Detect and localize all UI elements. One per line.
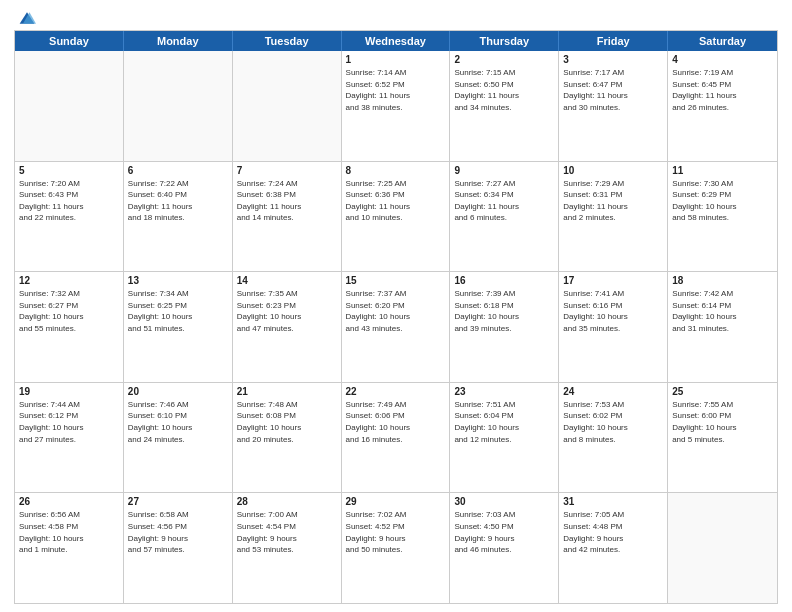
day-info: Sunrise: 7:29 AM Sunset: 6:31 PM Dayligh… — [563, 178, 663, 224]
day-cell-4: 4Sunrise: 7:19 AM Sunset: 6:45 PM Daylig… — [668, 51, 777, 161]
day-cell-30: 30Sunrise: 7:03 AM Sunset: 4:50 PM Dayli… — [450, 493, 559, 603]
day-number: 20 — [128, 386, 228, 397]
day-cell-12: 12Sunrise: 7:32 AM Sunset: 6:27 PM Dayli… — [15, 272, 124, 382]
day-number: 5 — [19, 165, 119, 176]
week-row-0: 1Sunrise: 7:14 AM Sunset: 6:52 PM Daylig… — [15, 51, 777, 162]
day-cell-24: 24Sunrise: 7:53 AM Sunset: 6:02 PM Dayli… — [559, 383, 668, 493]
day-info: Sunrise: 7:42 AM Sunset: 6:14 PM Dayligh… — [672, 288, 773, 334]
day-number: 16 — [454, 275, 554, 286]
week-row-2: 12Sunrise: 7:32 AM Sunset: 6:27 PM Dayli… — [15, 272, 777, 383]
day-cell-23: 23Sunrise: 7:51 AM Sunset: 6:04 PM Dayli… — [450, 383, 559, 493]
empty-cell — [124, 51, 233, 161]
day-info: Sunrise: 7:17 AM Sunset: 6:47 PM Dayligh… — [563, 67, 663, 113]
day-info: Sunrise: 7:19 AM Sunset: 6:45 PM Dayligh… — [672, 67, 773, 113]
header-day-thursday: Thursday — [450, 31, 559, 51]
day-cell-16: 16Sunrise: 7:39 AM Sunset: 6:18 PM Dayli… — [450, 272, 559, 382]
day-number: 11 — [672, 165, 773, 176]
day-number: 29 — [346, 496, 446, 507]
day-cell-11: 11Sunrise: 7:30 AM Sunset: 6:29 PM Dayli… — [668, 162, 777, 272]
day-number: 21 — [237, 386, 337, 397]
day-number: 17 — [563, 275, 663, 286]
day-cell-21: 21Sunrise: 7:48 AM Sunset: 6:08 PM Dayli… — [233, 383, 342, 493]
day-number: 12 — [19, 275, 119, 286]
calendar-header: SundayMondayTuesdayWednesdayThursdayFrid… — [15, 31, 777, 51]
day-cell-18: 18Sunrise: 7:42 AM Sunset: 6:14 PM Dayli… — [668, 272, 777, 382]
day-cell-28: 28Sunrise: 7:00 AM Sunset: 4:54 PM Dayli… — [233, 493, 342, 603]
day-info: Sunrise: 7:46 AM Sunset: 6:10 PM Dayligh… — [128, 399, 228, 445]
page: SundayMondayTuesdayWednesdayThursdayFrid… — [0, 0, 792, 612]
day-number: 8 — [346, 165, 446, 176]
day-number: 4 — [672, 54, 773, 65]
day-cell-31: 31Sunrise: 7:05 AM Sunset: 4:48 PM Dayli… — [559, 493, 668, 603]
day-cell-10: 10Sunrise: 7:29 AM Sunset: 6:31 PM Dayli… — [559, 162, 668, 272]
day-info: Sunrise: 7:51 AM Sunset: 6:04 PM Dayligh… — [454, 399, 554, 445]
day-info: Sunrise: 7:34 AM Sunset: 6:25 PM Dayligh… — [128, 288, 228, 334]
day-info: Sunrise: 7:39 AM Sunset: 6:18 PM Dayligh… — [454, 288, 554, 334]
day-number: 13 — [128, 275, 228, 286]
day-number: 2 — [454, 54, 554, 65]
day-info: Sunrise: 7:48 AM Sunset: 6:08 PM Dayligh… — [237, 399, 337, 445]
empty-cell — [233, 51, 342, 161]
day-number: 18 — [672, 275, 773, 286]
day-info: Sunrise: 7:15 AM Sunset: 6:50 PM Dayligh… — [454, 67, 554, 113]
day-cell-25: 25Sunrise: 7:55 AM Sunset: 6:00 PM Dayli… — [668, 383, 777, 493]
calendar-body: 1Sunrise: 7:14 AM Sunset: 6:52 PM Daylig… — [15, 51, 777, 603]
header-day-monday: Monday — [124, 31, 233, 51]
day-number: 3 — [563, 54, 663, 65]
day-info: Sunrise: 7:32 AM Sunset: 6:27 PM Dayligh… — [19, 288, 119, 334]
day-number: 24 — [563, 386, 663, 397]
day-cell-26: 26Sunrise: 6:56 AM Sunset: 4:58 PM Dayli… — [15, 493, 124, 603]
day-info: Sunrise: 7:37 AM Sunset: 6:20 PM Dayligh… — [346, 288, 446, 334]
day-number: 31 — [563, 496, 663, 507]
day-cell-22: 22Sunrise: 7:49 AM Sunset: 6:06 PM Dayli… — [342, 383, 451, 493]
day-number: 1 — [346, 54, 446, 65]
week-row-4: 26Sunrise: 6:56 AM Sunset: 4:58 PM Dayli… — [15, 493, 777, 603]
day-info: Sunrise: 7:41 AM Sunset: 6:16 PM Dayligh… — [563, 288, 663, 334]
day-info: Sunrise: 7:22 AM Sunset: 6:40 PM Dayligh… — [128, 178, 228, 224]
day-cell-5: 5Sunrise: 7:20 AM Sunset: 6:43 PM Daylig… — [15, 162, 124, 272]
day-cell-20: 20Sunrise: 7:46 AM Sunset: 6:10 PM Dayli… — [124, 383, 233, 493]
day-number: 10 — [563, 165, 663, 176]
header — [14, 10, 778, 24]
day-cell-17: 17Sunrise: 7:41 AM Sunset: 6:16 PM Dayli… — [559, 272, 668, 382]
day-info: Sunrise: 7:25 AM Sunset: 6:36 PM Dayligh… — [346, 178, 446, 224]
day-info: Sunrise: 7:27 AM Sunset: 6:34 PM Dayligh… — [454, 178, 554, 224]
day-info: Sunrise: 7:53 AM Sunset: 6:02 PM Dayligh… — [563, 399, 663, 445]
day-info: Sunrise: 7:49 AM Sunset: 6:06 PM Dayligh… — [346, 399, 446, 445]
day-number: 9 — [454, 165, 554, 176]
day-cell-13: 13Sunrise: 7:34 AM Sunset: 6:25 PM Dayli… — [124, 272, 233, 382]
day-info: Sunrise: 7:44 AM Sunset: 6:12 PM Dayligh… — [19, 399, 119, 445]
day-cell-29: 29Sunrise: 7:02 AM Sunset: 4:52 PM Dayli… — [342, 493, 451, 603]
day-number: 15 — [346, 275, 446, 286]
header-day-sunday: Sunday — [15, 31, 124, 51]
day-cell-19: 19Sunrise: 7:44 AM Sunset: 6:12 PM Dayli… — [15, 383, 124, 493]
day-number: 28 — [237, 496, 337, 507]
calendar: SundayMondayTuesdayWednesdayThursdayFrid… — [14, 30, 778, 604]
day-info: Sunrise: 7:35 AM Sunset: 6:23 PM Dayligh… — [237, 288, 337, 334]
day-info: Sunrise: 7:20 AM Sunset: 6:43 PM Dayligh… — [19, 178, 119, 224]
day-number: 25 — [672, 386, 773, 397]
day-number: 27 — [128, 496, 228, 507]
day-cell-8: 8Sunrise: 7:25 AM Sunset: 6:36 PM Daylig… — [342, 162, 451, 272]
logo — [14, 10, 36, 24]
day-info: Sunrise: 7:00 AM Sunset: 4:54 PM Dayligh… — [237, 509, 337, 555]
day-number: 19 — [19, 386, 119, 397]
header-day-friday: Friday — [559, 31, 668, 51]
week-row-3: 19Sunrise: 7:44 AM Sunset: 6:12 PM Dayli… — [15, 383, 777, 494]
day-number: 26 — [19, 496, 119, 507]
day-info: Sunrise: 6:56 AM Sunset: 4:58 PM Dayligh… — [19, 509, 119, 555]
day-number: 14 — [237, 275, 337, 286]
day-info: Sunrise: 7:30 AM Sunset: 6:29 PM Dayligh… — [672, 178, 773, 224]
header-day-saturday: Saturday — [668, 31, 777, 51]
header-day-tuesday: Tuesday — [233, 31, 342, 51]
empty-cell — [668, 493, 777, 603]
day-cell-6: 6Sunrise: 7:22 AM Sunset: 6:40 PM Daylig… — [124, 162, 233, 272]
day-number: 7 — [237, 165, 337, 176]
day-cell-7: 7Sunrise: 7:24 AM Sunset: 6:38 PM Daylig… — [233, 162, 342, 272]
week-row-1: 5Sunrise: 7:20 AM Sunset: 6:43 PM Daylig… — [15, 162, 777, 273]
day-info: Sunrise: 7:03 AM Sunset: 4:50 PM Dayligh… — [454, 509, 554, 555]
day-info: Sunrise: 7:55 AM Sunset: 6:00 PM Dayligh… — [672, 399, 773, 445]
day-info: Sunrise: 7:05 AM Sunset: 4:48 PM Dayligh… — [563, 509, 663, 555]
day-info: Sunrise: 7:02 AM Sunset: 4:52 PM Dayligh… — [346, 509, 446, 555]
day-info: Sunrise: 7:24 AM Sunset: 6:38 PM Dayligh… — [237, 178, 337, 224]
